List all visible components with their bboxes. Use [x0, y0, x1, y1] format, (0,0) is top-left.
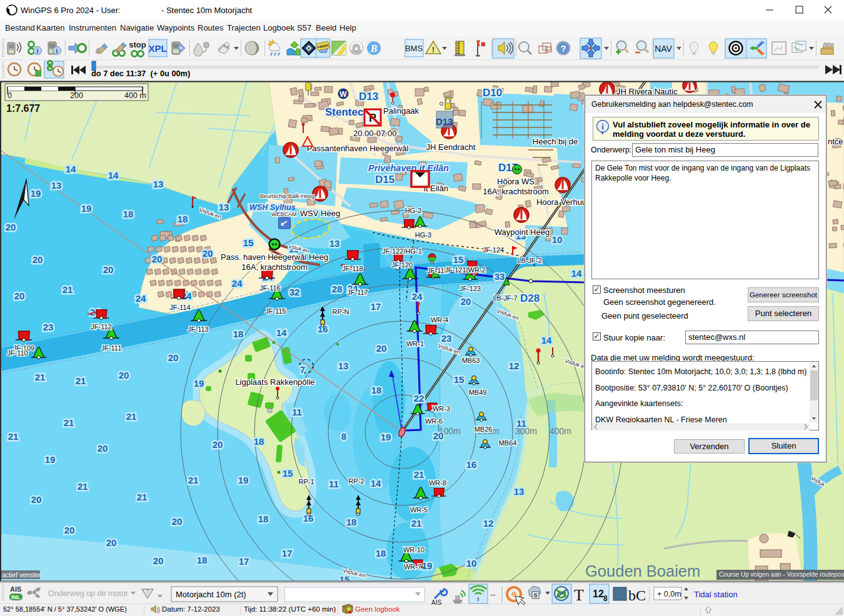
svg-text:20: 20 [153, 555, 164, 566]
svg-text:15: 15 [243, 237, 254, 248]
svg-text:bC: bC [628, 587, 646, 604]
svg-text:24: 24 [136, 293, 146, 304]
svg-text:Course Up volgen aan - Voorspe: Course Up volgen aan - Voorspelde routep… [719, 571, 844, 578]
svg-text:24: 24 [412, 291, 423, 302]
svg-text:--: -- [490, 590, 496, 599]
svg-text:D28: D28 [520, 292, 540, 304]
svg-text:18: 18 [346, 517, 357, 527]
svg-text:BMS: BMS [405, 44, 423, 53]
svg-text:20: 20 [64, 525, 75, 535]
svg-text:21: 21 [411, 518, 422, 529]
svg-text:21: 21 [76, 375, 86, 386]
svg-text:RP-N: RP-N [333, 308, 349, 315]
svg-text:19: 19 [194, 378, 204, 389]
svg-text:8: 8 [603, 594, 608, 603]
svg-text:AIS: AIS [10, 585, 21, 593]
svg-text:20: 20 [14, 291, 25, 301]
svg-text:D13: D13 [436, 116, 453, 127]
svg-text:20: 20 [98, 443, 108, 454]
svg-text:?: ? [146, 589, 149, 595]
svg-text:15: 15 [454, 374, 465, 385]
svg-text:JH Eendracht: JH Eendracht [426, 142, 476, 152]
svg-text:19: 19 [422, 560, 433, 571]
svg-text:WEBCAM: WEBCAM [271, 211, 297, 217]
svg-text:WR-10: WR-10 [403, 546, 425, 554]
svg-text:12: 12 [593, 589, 604, 599]
svg-text:JF-113: JF-113 [188, 325, 208, 333]
svg-text:20: 20 [213, 439, 223, 450]
svg-text:17: 17 [239, 556, 249, 567]
svg-text:RP-1: RP-1 [298, 478, 314, 485]
svg-text:19: 19 [381, 432, 391, 442]
svg-text:12: 12 [509, 360, 520, 371]
svg-text:20.00-07.00: 20.00-07.00 [353, 129, 396, 138]
svg-text:D15: D15 [375, 174, 394, 186]
svg-text:16A, krachtstroom: 16A, krachtstroom [483, 187, 549, 196]
svg-text:JF-112: JF-112 [91, 323, 111, 330]
svg-text:WR-8: WR-8 [429, 479, 446, 487]
svg-text:stop: stop [129, 40, 146, 49]
svg-text:MB49: MB49 [469, 389, 487, 396]
svg-text:1:7.677: 1:7.677 [6, 103, 40, 114]
svg-text:18: 18 [371, 385, 382, 395]
svg-text:i: i [601, 122, 604, 131]
svg-text:19: 19 [31, 188, 41, 199]
svg-text:21: 21 [414, 469, 425, 480]
svg-text:16: 16 [466, 459, 477, 470]
svg-text:17: 17 [282, 548, 293, 559]
svg-text:JF-115: JF-115 [265, 307, 286, 315]
svg-text:JF-123: JF-123 [460, 285, 481, 292]
svg-text:!: ! [432, 46, 435, 54]
svg-text:JF-111: JF-111 [101, 344, 122, 352]
svg-text:Waypoint Heeg: Waypoint Heeg [495, 227, 550, 237]
svg-text:Onderweg op de motor: Onderweg op de motor [48, 589, 128, 598]
svg-text:WR-3: WR-3 [433, 405, 450, 412]
svg-text:21: 21 [63, 284, 73, 295]
svg-text:10: 10 [466, 558, 477, 569]
svg-text:0: 0 [8, 91, 12, 100]
svg-text:Stentec: Stentec [325, 106, 363, 118]
svg-text:JF-124: JF-124 [483, 246, 504, 254]
svg-text:21: 21 [64, 417, 74, 428]
svg-text:WR-1: WR-1 [406, 340, 424, 347]
svg-text:12: 12 [483, 518, 494, 529]
svg-text:20: 20 [6, 222, 16, 232]
svg-text:24: 24 [232, 278, 243, 289]
svg-text:RP-2: RP-2 [348, 477, 364, 485]
svg-text:LB-JF-2: LB-JF-2 [517, 257, 541, 264]
svg-text:WSV Heeg: WSV Heeg [300, 209, 340, 218]
svg-text:52° 58,18554' N / 5° 37,53242': 52° 58,18554' N / 5° 37,53242' O (WGE) [3, 605, 127, 613]
svg-text:13: 13 [219, 202, 229, 212]
svg-text:JF-121/WR-2: JF-121/WR-2 [445, 266, 485, 274]
svg-text:7: 7 [300, 364, 305, 375]
svg-text:14: 14 [66, 164, 76, 174]
svg-text:NAV: NAV [655, 44, 672, 54]
svg-text:19: 19 [45, 454, 56, 465]
svg-text:Beurtschip Balk-Heeg: Beurtschip Balk-Heeg [260, 193, 314, 199]
svg-text:JF-117: JF-117 [347, 289, 368, 296]
svg-text:19: 19 [238, 475, 249, 485]
svg-text:JF-116: JF-116 [259, 284, 280, 292]
svg-text:JF-118: JF-118 [342, 265, 363, 272]
svg-text:Datum: 7-12-2023: Datum: 7-12-2023 [162, 605, 220, 613]
svg-text:actief venster: actief venster [2, 571, 41, 579]
svg-text:20: 20 [33, 254, 43, 265]
svg-text:W: W [339, 90, 347, 99]
svg-text:Passantenhaven Heegerwâl: Passantenhaven Heegerwâl [307, 144, 409, 153]
svg-text:20: 20 [203, 248, 213, 259]
svg-text:Privéhaven it Eilân: Privéhaven it Eilân [368, 163, 449, 173]
svg-text:AIS: AIS [431, 599, 441, 606]
svg-text:18: 18 [376, 548, 386, 559]
svg-text:Palingaak: Palingaak [383, 106, 419, 116]
svg-text:19: 19 [81, 203, 92, 214]
svg-text:13: 13 [153, 179, 164, 189]
svg-text:21: 21 [188, 475, 199, 485]
svg-text:13: 13 [514, 486, 525, 497]
svg-text:14: 14 [276, 327, 287, 338]
svg-text:B: B [370, 43, 378, 54]
svg-text:23: 23 [441, 333, 452, 344]
svg-text:18: 18 [178, 214, 188, 224]
svg-text:S: S [533, 592, 537, 599]
svg-text:20: 20 [152, 254, 163, 264]
svg-text:17: 17 [371, 301, 381, 312]
